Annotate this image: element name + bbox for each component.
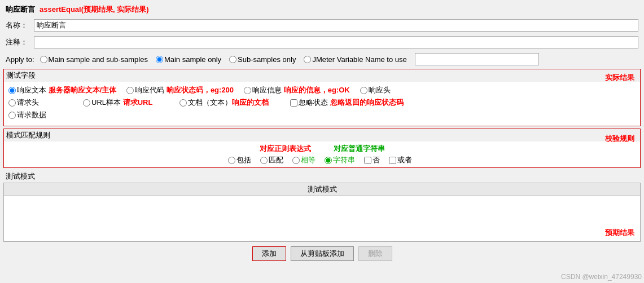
pattern-inner: 校验规则 对应正则表达式 对应普通字符串 包括 匹配 相等 — [4, 142, 640, 167]
apply-radio-jmeter-var[interactable] — [304, 56, 311, 63]
apply-radio-main-sub[interactable] — [40, 56, 47, 63]
comment-label: 注释： — [6, 37, 34, 47]
validate-label: 校验规则 — [605, 134, 634, 144]
apply-label-jmeter-var: JMeter Variable Name to use — [312, 55, 406, 64]
field-label-response-text: 响应文本 服务器响应文本/主体 — [17, 85, 116, 95]
main-container: 响应断言 assertEqual(预期结果, 实际结果) 名称： 注释： App… — [0, 0, 644, 283]
pattern-top-row: 对应正则表达式 对应普通字符串 — [8, 144, 636, 154]
test-mode-wrapper: 测试模式 测试模式 预期结果 — [3, 170, 641, 242]
field-label-response-info: 响应信息 响应的信息，eg:OK — [252, 85, 350, 95]
field-radio-request-header[interactable] — [8, 99, 16, 107]
field-option-document[interactable]: 文档（文本）响应的文档 — [179, 98, 269, 108]
pattern-radio-equal[interactable] — [292, 157, 300, 164]
pattern-checkbox-no[interactable] — [364, 157, 371, 164]
apply-label-sub-only: Sub-samples only — [238, 55, 296, 64]
actual-result-label: 实际结果 — [605, 73, 634, 83]
field-radio-response-text[interactable] — [8, 87, 16, 94]
pattern-checkbox-or[interactable] — [389, 157, 396, 164]
field-checkbox-ignore-status[interactable] — [290, 99, 297, 107]
test-field-row1: 响应文本 服务器响应文本/主体 响应代码 响应状态码，eg:200 响应信息 响… — [8, 85, 636, 95]
apply-option-sub-only[interactable]: Sub-samples only — [229, 55, 296, 64]
pattern-title: 模式匹配规则 — [6, 130, 50, 140]
pattern-option-or[interactable]: 或者 — [389, 155, 412, 165]
name-input[interactable] — [34, 19, 638, 32]
assert-label: assertEqual(预期结果, 实际结果) — [40, 5, 149, 15]
expected-result-label: 预期结果 — [605, 228, 634, 238]
field-label-url: URL样本 请求URL — [91, 98, 152, 108]
add-button[interactable]: 添加 — [252, 246, 286, 261]
test-mode-header: 测试模式 — [4, 183, 640, 196]
field-option-response-code[interactable]: 响应代码 响应状态码，eg:200 — [126, 85, 234, 95]
apply-radio-main-only[interactable] — [156, 56, 163, 63]
panel-title-text: 响应断言 — [6, 5, 35, 15]
apply-option-jmeter-var[interactable]: JMeter Variable Name to use — [304, 55, 406, 64]
field-option-response-text[interactable]: 响应文本 服务器响应文本/主体 — [8, 85, 116, 95]
field-option-response-info[interactable]: 响应信息 响应的信息，eg:OK — [244, 85, 350, 95]
string-label: 对应普通字符串 — [334, 144, 385, 154]
pattern-label-or: 或者 — [397, 155, 412, 165]
comment-input[interactable] — [34, 36, 638, 48]
paste-add-button[interactable]: 从剪贴板添加 — [291, 246, 354, 261]
pattern-option-no[interactable]: 否 — [364, 155, 380, 165]
pattern-label-equal: 相等 — [301, 155, 316, 165]
pattern-title-bar: 模式匹配规则 — [4, 129, 640, 142]
jmeter-var-input[interactable] — [415, 53, 539, 65]
panel-title: 响应断言 assertEqual(预期结果, 实际结果) — [3, 3, 641, 16]
field-radio-response-code[interactable] — [126, 87, 134, 94]
field-label-request-data: 请求数据 — [17, 110, 46, 120]
regex-label: 对应正则表达式 — [260, 144, 311, 154]
pattern-option-string[interactable]: 字符串 — [325, 155, 355, 165]
delete-button[interactable]: 删除 — [358, 246, 392, 261]
field-option-request-header[interactable]: 请求头 — [8, 98, 39, 108]
pattern-bottom-row: 包括 匹配 相等 字符串 否 — [8, 155, 636, 165]
field-option-ignore-status[interactable]: 忽略状态 忽略返回的响应状态码 — [290, 98, 404, 108]
pattern-radio-include[interactable] — [228, 157, 235, 164]
field-radio-url[interactable] — [83, 99, 90, 107]
pattern-label-string: 字符串 — [333, 155, 355, 165]
apply-option-main-only[interactable]: Main sample only — [156, 55, 221, 64]
field-option-request-data[interactable]: 请求数据 — [8, 110, 46, 120]
apply-radio-sub-only[interactable] — [229, 56, 236, 63]
test-mode-title: 测试模式 — [6, 171, 35, 182]
comment-row: 注释： — [3, 35, 641, 50]
test-field-inner: 实际结果 响应文本 服务器响应文本/主体 响应代码 响应状态码，eg:200 响… — [4, 82, 640, 126]
test-field-title: 测试字段 — [6, 70, 36, 81]
field-label-request-header: 请求头 — [17, 98, 39, 108]
test-field-section: 测试字段 实际结果 响应文本 服务器响应文本/主体 响应代码 响应状态码，eg:… — [3, 69, 641, 126]
pattern-option-match[interactable]: 匹配 — [260, 155, 283, 165]
pattern-option-equal[interactable]: 相等 — [292, 155, 316, 165]
field-radio-response-header[interactable] — [360, 87, 367, 94]
apply-label-main-sub: Main sample and sub-samples — [49, 55, 148, 64]
apply-row: Apply to: Main sample and sub-samples Ma… — [3, 52, 641, 67]
name-label: 名称： — [6, 20, 34, 30]
pattern-radio-match[interactable] — [260, 157, 268, 164]
pattern-label-no: 否 — [373, 155, 380, 165]
name-row: 名称： — [3, 18, 641, 33]
apply-label-main-only: Main sample only — [164, 55, 221, 64]
apply-label: Apply to: — [6, 55, 34, 64]
pattern-section: 模式匹配规则 校验规则 对应正则表达式 对应普通字符串 包括 匹配 相等 — [3, 129, 641, 168]
test-mode-body: 预期结果 — [4, 196, 640, 241]
field-radio-request-data[interactable] — [8, 112, 16, 119]
test-field-title-bar: 测试字段 — [4, 69, 640, 82]
apply-option-main-sub[interactable]: Main sample and sub-samples — [40, 55, 148, 64]
bottom-row: 添加 从剪贴板添加 删除 — [3, 244, 641, 263]
field-radio-response-info[interactable] — [244, 87, 251, 94]
pattern-radio-string[interactable] — [325, 157, 332, 164]
field-radio-document[interactable] — [179, 99, 187, 107]
test-mode-title-bar: 测试模式 — [3, 170, 641, 183]
pattern-label-include: 包括 — [236, 155, 251, 165]
watermark: CSDN @weixin_47249930 — [561, 273, 642, 281]
field-label-response-header: 响应头 — [369, 85, 391, 95]
field-label-document: 文档（文本）响应的文档 — [188, 98, 269, 108]
test-mode-section: 测试模式 预期结果 — [3, 183, 641, 242]
pattern-label-match: 匹配 — [269, 155, 283, 165]
field-option-response-header[interactable]: 响应头 — [360, 85, 391, 95]
pattern-option-include[interactable]: 包括 — [228, 155, 251, 165]
field-label-response-code: 响应代码 响应状态码，eg:200 — [135, 85, 234, 95]
field-label-ignore-status: 忽略状态 忽略返回的响应状态码 — [299, 98, 404, 108]
test-field-row3: 请求数据 — [8, 110, 636, 120]
field-option-url[interactable]: URL样本 请求URL — [83, 98, 152, 108]
test-field-row2: 请求头 URL样本 请求URL 文档（文本）响应的文档 忽略状态 忽略返回的响应… — [8, 98, 636, 108]
